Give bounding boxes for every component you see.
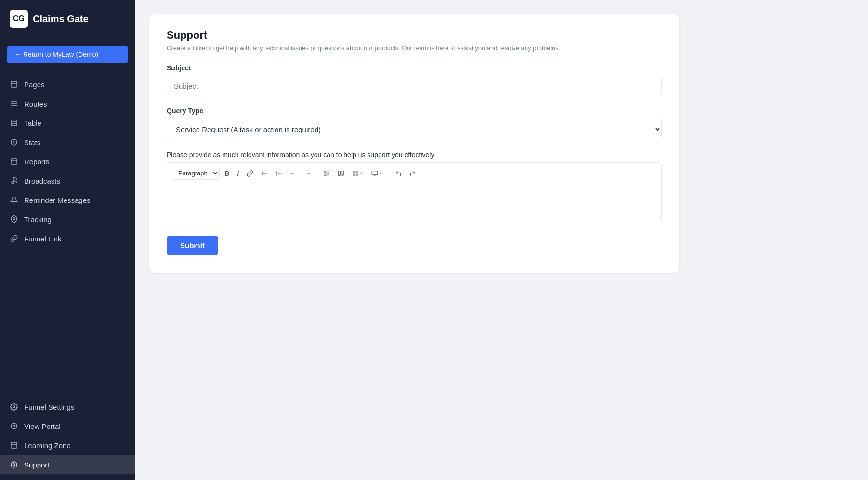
- svg-point-10: [13, 464, 15, 466]
- sidebar-item-support[interactable]: Support: [0, 455, 135, 474]
- unordered-list-button[interactable]: [258, 168, 271, 179]
- sidebar: CG Claims Gate ← Return to MyLaw (Demo) …: [0, 0, 135, 480]
- svg-rect-31: [353, 171, 358, 176]
- svg-point-7: [13, 425, 15, 427]
- tracking-icon: [10, 215, 18, 224]
- sidebar-item-reminder-messages-label: Reminder Messages: [24, 196, 91, 204]
- sidebar-item-routes[interactable]: Routes: [0, 94, 135, 113]
- query-type-field-group: Query Type Service Request (A task or ac…: [167, 107, 662, 151]
- sidebar-item-routes-label: Routes: [24, 100, 47, 108]
- submit-button[interactable]: Submit: [167, 236, 218, 255]
- sidebar-item-reports-label: Reports: [24, 158, 50, 166]
- ordered-list-button[interactable]: 123: [273, 168, 285, 179]
- logo-text: Claims Gate: [33, 13, 89, 25]
- table-icon: [10, 119, 18, 127]
- bold-button[interactable]: B: [222, 168, 232, 179]
- toolbar-divider-2: [389, 169, 389, 178]
- redo-button[interactable]: [407, 168, 419, 179]
- query-type-label: Query Type: [167, 107, 662, 115]
- sidebar-item-learning-zone[interactable]: Learning Zone: [0, 436, 135, 455]
- sidebar-bottom: Funnel Settings View Portal Learning Zon…: [0, 391, 135, 480]
- svg-rect-0: [11, 81, 17, 87]
- sidebar-item-funnel-link-label: Funnel Link: [24, 235, 62, 243]
- sidebar-item-funnel-link[interactable]: Funnel Link: [0, 229, 135, 248]
- align-right-button[interactable]: [302, 168, 314, 179]
- sidebar-item-funnel-settings-label: Funnel Settings: [24, 403, 74, 411]
- subject-label: Subject: [167, 64, 662, 72]
- portal-icon: [10, 422, 18, 430]
- body-field-group: Please provide as much relevant informat…: [167, 151, 662, 223]
- image-button[interactable]: [320, 168, 333, 179]
- svg-rect-36: [372, 171, 378, 174]
- sidebar-item-tracking-label: Tracking: [24, 215, 52, 224]
- logo-icon: CG: [10, 10, 28, 28]
- support-card: Support Create a ticket to get help with…: [149, 14, 679, 273]
- gear-icon: [10, 402, 18, 411]
- sidebar-item-support-label: Support: [24, 461, 50, 469]
- subject-field-group: Subject: [167, 64, 662, 107]
- query-type-select[interactable]: Service Request (A task or action is req…: [167, 119, 662, 140]
- sidebar-item-learning-zone-label: Learning Zone: [24, 441, 71, 450]
- svg-point-16: [262, 174, 262, 175]
- link-button[interactable]: [244, 168, 256, 179]
- svg-point-14: [262, 171, 262, 172]
- sidebar-item-table[interactable]: Table: [0, 113, 135, 133]
- svg-text:3: 3: [276, 173, 277, 176]
- rich-text-editor: Paragraph Heading 1 Heading 2 B I 123: [167, 162, 662, 223]
- page-description: Create a ticket to get help with any tec…: [167, 44, 662, 52]
- undo-button[interactable]: [392, 168, 405, 179]
- support-icon: [10, 460, 18, 469]
- svg-rect-1: [11, 120, 17, 126]
- sidebar-item-reminder-messages[interactable]: Reminder Messages: [0, 190, 135, 210]
- sidebar-item-pages-label: Pages: [24, 80, 45, 89]
- return-button[interactable]: ← Return to MyLaw (Demo): [7, 46, 128, 63]
- routes-icon: [10, 99, 18, 108]
- bell-icon: [10, 196, 18, 204]
- learning-icon: [10, 441, 18, 450]
- sidebar-item-view-portal-label: View Portal: [24, 422, 61, 430]
- editor-toolbar: Paragraph Heading 1 Heading 2 B I 123: [167, 163, 661, 184]
- toolbar-divider-1: [317, 169, 317, 178]
- subject-input[interactable]: [167, 76, 662, 96]
- svg-point-30: [325, 172, 326, 173]
- svg-point-5: [13, 406, 15, 408]
- table-button[interactable]: [349, 168, 367, 179]
- sidebar-item-pages[interactable]: Pages: [0, 75, 135, 94]
- page-title: Support: [167, 29, 662, 41]
- stats-icon: [10, 138, 18, 147]
- sidebar-item-table-label: Table: [24, 119, 41, 127]
- editor-body[interactable]: [167, 184, 661, 223]
- svg-point-15: [262, 173, 262, 173]
- sidebar-item-funnel-settings[interactable]: Funnel Settings: [0, 397, 135, 416]
- align-left-button[interactable]: [287, 168, 300, 179]
- broadcasts-icon: [10, 176, 18, 185]
- sidebar-item-stats[interactable]: Stats: [0, 133, 135, 152]
- body-label: Please provide as much relevant informat…: [167, 151, 662, 159]
- embed-button[interactable]: [368, 168, 386, 179]
- sidebar-item-broadcasts-label: Broadcasts: [24, 177, 60, 185]
- sidebar-logo: CG Claims Gate: [0, 0, 135, 38]
- svg-point-4: [13, 218, 15, 220]
- sidebar-nav: Pages Routes Table Stats Reports: [0, 71, 135, 391]
- sidebar-item-tracking[interactable]: Tracking: [0, 210, 135, 229]
- sidebar-item-reports[interactable]: Reports: [0, 152, 135, 171]
- quote-button[interactable]: [335, 168, 347, 179]
- sidebar-item-view-portal[interactable]: View Portal: [0, 416, 135, 436]
- reports-icon: [10, 157, 18, 166]
- svg-rect-3: [11, 159, 17, 164]
- main-content: Support Create a ticket to get help with…: [135, 0, 868, 480]
- format-select[interactable]: Paragraph Heading 1 Heading 2: [172, 167, 220, 180]
- sidebar-item-stats-label: Stats: [24, 138, 40, 147]
- italic-button[interactable]: I: [234, 168, 242, 179]
- sidebar-item-broadcasts[interactable]: Broadcasts: [0, 171, 135, 190]
- svg-rect-8: [11, 442, 17, 448]
- pages-icon: [10, 80, 18, 89]
- link-icon: [10, 234, 18, 243]
